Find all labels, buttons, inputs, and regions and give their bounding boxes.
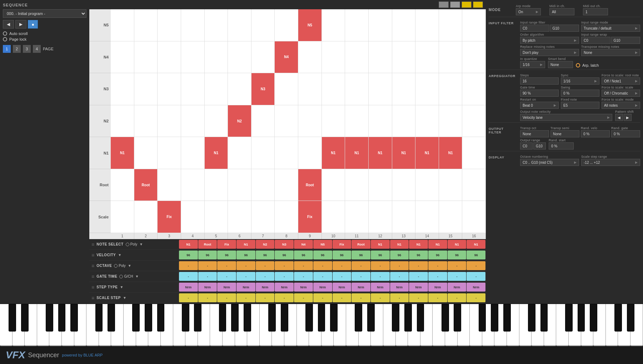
piano-black-key[interactable] bbox=[46, 304, 53, 332]
lane-cell[interactable]: 96 bbox=[217, 251, 236, 259]
octave-numbering-value[interactable]: C0 .. G10 (mid C5) ▶ bbox=[520, 159, 579, 166]
grid-cell[interactable] bbox=[158, 73, 181, 105]
page-btn-3[interactable]: 3 bbox=[23, 45, 31, 53]
fixed-note-value[interactable]: E5 bbox=[561, 102, 599, 109]
lane-cell[interactable]: - bbox=[275, 261, 294, 270]
lane-cell[interactable]: - bbox=[236, 293, 255, 302]
grid-cell[interactable] bbox=[462, 201, 486, 233]
lane-gch[interactable]: G/CH bbox=[119, 274, 133, 278]
lane-cell[interactable]: Nrm bbox=[217, 283, 236, 292]
lane-cell[interactable]: N1 bbox=[236, 240, 255, 249]
lane-cell[interactable]: - bbox=[198, 261, 217, 270]
lane-cell[interactable]: Nrm bbox=[390, 283, 409, 292]
piano-black-key[interactable] bbox=[442, 304, 449, 332]
grid-cell[interactable] bbox=[251, 41, 275, 73]
grid-cell[interactable] bbox=[415, 9, 439, 41]
piano-black-key[interactable] bbox=[330, 304, 338, 332]
lane-cell[interactable]: Nrm bbox=[371, 283, 390, 292]
grid-cell[interactable] bbox=[251, 137, 275, 169]
grid-cell[interactable]: Fix bbox=[158, 201, 181, 233]
grid-cell[interactable] bbox=[275, 201, 298, 233]
transp-oct-value[interactable]: None bbox=[520, 130, 549, 137]
lane-cell[interactable]: - bbox=[448, 293, 467, 302]
grid-cell[interactable] bbox=[205, 105, 228, 137]
grid-cell[interactable]: N1 bbox=[205, 137, 228, 169]
grid-cell[interactable] bbox=[462, 41, 486, 73]
lane-cell[interactable]: - bbox=[275, 293, 294, 302]
piano-black-key[interactable] bbox=[367, 304, 375, 332]
lane-cell[interactable]: - bbox=[371, 272, 390, 281]
lane-cell[interactable]: - bbox=[390, 272, 409, 281]
lane-cell[interactable]: 96 bbox=[198, 251, 217, 259]
grid-cell[interactable] bbox=[322, 169, 345, 201]
grid-cell[interactable] bbox=[111, 105, 134, 137]
grid-cell[interactable] bbox=[298, 137, 322, 169]
restart-on-value[interactable]: Beat 0 ▶ bbox=[520, 102, 559, 109]
grid-cell[interactable]: N1 bbox=[439, 137, 463, 169]
piano-black-key[interactable] bbox=[417, 304, 424, 332]
lane-dropdown-btn[interactable]: ▼ bbox=[135, 274, 139, 278]
grid-cell[interactable] bbox=[181, 9, 205, 41]
lane-cell[interactable]: - bbox=[179, 261, 198, 270]
page-lock-checkbox[interactable]: Page lock bbox=[3, 37, 86, 41]
grid-cell[interactable] bbox=[345, 169, 369, 201]
piano-black-key[interactable] bbox=[281, 304, 288, 332]
grid-cell[interactable] bbox=[322, 73, 345, 105]
lane-cell[interactable]: - bbox=[256, 293, 275, 302]
arp-mode-value[interactable]: On ▶ bbox=[516, 8, 541, 15]
grid-cell[interactable] bbox=[462, 137, 486, 169]
piano-black-key[interactable] bbox=[305, 304, 313, 332]
arp-latch-circle[interactable] bbox=[576, 63, 580, 67]
piano-black-key[interactable] bbox=[404, 304, 412, 332]
grid-cell[interactable] bbox=[415, 169, 439, 201]
grid-cell[interactable]: N1 bbox=[111, 137, 134, 169]
piano-black-key[interactable] bbox=[9, 304, 16, 332]
rand-gate-value[interactable]: 0 % bbox=[611, 130, 640, 137]
lane-cell[interactable]: - bbox=[236, 272, 255, 281]
lane-cell[interactable]: Nrm bbox=[313, 283, 332, 292]
lane-cell[interactable]: - bbox=[352, 261, 370, 270]
lane-cell[interactable]: Nrm bbox=[256, 283, 275, 292]
lane-cell[interactable]: 96 bbox=[428, 251, 447, 259]
grid-cell[interactable] bbox=[345, 105, 369, 137]
lane-cell[interactable]: - bbox=[333, 293, 352, 302]
piano-black-key[interactable] bbox=[491, 304, 498, 332]
grid-cell[interactable] bbox=[322, 9, 345, 41]
piano-black-key[interactable] bbox=[244, 304, 251, 332]
grid-cell[interactable] bbox=[275, 9, 298, 41]
grid-cell[interactable] bbox=[251, 169, 275, 201]
grid-cell[interactable] bbox=[158, 9, 181, 41]
grid-cell[interactable] bbox=[181, 137, 205, 169]
piano-black-key[interactable] bbox=[318, 304, 325, 332]
lane-cell[interactable]: 96 bbox=[179, 251, 198, 259]
lane-cell[interactable]: N4 bbox=[294, 240, 313, 249]
grid-cell[interactable] bbox=[134, 73, 158, 105]
lane-cell[interactable]: - bbox=[448, 272, 467, 281]
grid-cell[interactable] bbox=[275, 73, 298, 105]
lane-cell[interactable]: N1 bbox=[409, 240, 428, 249]
input-wrap-from[interactable]: C0 bbox=[581, 37, 610, 44]
lane-cell[interactable]: - bbox=[217, 293, 236, 302]
lane-cell[interactable]: - bbox=[448, 261, 467, 270]
grid-cell[interactable] bbox=[158, 169, 181, 201]
input-range-mode-value[interactable]: Truncate / default ▶ bbox=[581, 25, 640, 32]
rand-velo-value[interactable]: 0 % bbox=[581, 130, 610, 137]
lane-cell[interactable]: - bbox=[352, 293, 370, 302]
piano-black-key[interactable] bbox=[182, 304, 189, 332]
lane-cell[interactable]: - bbox=[428, 293, 447, 302]
grid-cell[interactable] bbox=[158, 41, 181, 73]
lane-cell[interactable]: - bbox=[390, 293, 409, 302]
piano-black-key[interactable] bbox=[479, 304, 486, 332]
lane-cell[interactable]: - bbox=[467, 272, 485, 281]
grid-cell[interactable] bbox=[134, 201, 158, 233]
output-range-from[interactable]: C0 bbox=[520, 142, 533, 150]
lane-cell[interactable]: Nrm bbox=[198, 283, 217, 292]
grid-cell[interactable] bbox=[462, 169, 486, 201]
lane-poly[interactable]: Poly bbox=[114, 264, 125, 268]
piano-black-key[interactable] bbox=[194, 304, 201, 332]
lane-dropdown-btn[interactable]: ▼ bbox=[139, 242, 143, 246]
piano-black-key[interactable] bbox=[268, 304, 276, 332]
order-algo-value[interactable]: By pitch ▶ bbox=[520, 37, 579, 44]
lane-cell[interactable]: - bbox=[352, 272, 370, 281]
grid-cell[interactable] bbox=[298, 73, 322, 105]
